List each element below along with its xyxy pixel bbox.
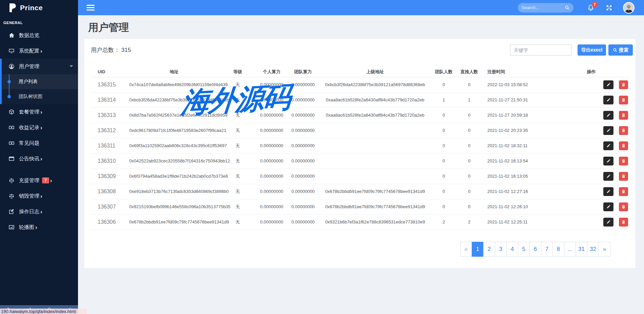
page-item[interactable]: 32 — [587, 242, 599, 257]
sidebar-item[interactable]: 常见问题 › › — [0, 135, 78, 151]
chevron-right-icon: › — [40, 156, 42, 162]
page-item[interactable]: « — [460, 242, 472, 257]
user-total: 用户总数： 315 — [91, 46, 131, 54]
parent-address-cell: 0xaa8ac61b528fe2a6430aff84c43b779d1720a2… — [319, 92, 431, 107]
monitor-icon — [8, 48, 15, 54]
page-item[interactable]: » — [599, 242, 610, 257]
edit-user-button[interactable] — [603, 172, 613, 181]
fullscreen-button[interactable] — [605, 4, 613, 12]
edit-user-button[interactable] — [603, 126, 613, 135]
sidebar-item[interactable]: 系统配置 › › — [0, 43, 78, 59]
delete-user-button[interactable] — [619, 187, 628, 196]
pencil-icon — [606, 159, 611, 163]
pencil-icon — [606, 174, 611, 178]
trash-icon — [621, 128, 626, 133]
team-power-cell: 0.00000000 — [287, 107, 319, 123]
team-count-cell: 0 — [431, 169, 456, 184]
address-cell: 0x678b2bbdb91ee7fd09c79fc7745678bee91341… — [129, 214, 219, 230]
page-item[interactable]: 31 — [575, 242, 587, 257]
pencil-icon — [606, 82, 611, 87]
edit-user-button[interactable] — [603, 80, 613, 89]
delete-user-button[interactable] — [619, 172, 628, 181]
search-button[interactable]: 搜索 — [608, 44, 633, 56]
page-item[interactable]: 8 — [552, 242, 564, 257]
sidebar-item[interactable]: 数据总览 › › — [0, 27, 78, 43]
team-count-cell: 0 — [431, 123, 456, 138]
sidebar-item-label: 收益记录 — [19, 124, 39, 131]
edit-user-button[interactable] — [603, 111, 613, 120]
actions-cell — [553, 153, 629, 169]
sidebar-item[interactable]: 用户管理 › › — [0, 59, 78, 74]
uid-cell: 136313 — [91, 107, 129, 123]
sidebar-item[interactable]: 销毁管理 › › — [0, 188, 78, 204]
sidebar-item[interactable]: 用户列表 › › — [0, 74, 78, 89]
delete-user-button[interactable] — [619, 202, 628, 211]
team-count-cell: 2 — [431, 214, 456, 230]
edit-user-button[interactable] — [603, 157, 613, 165]
page-item[interactable]: 2 — [483, 242, 495, 257]
delete-user-button[interactable] — [619, 157, 628, 165]
sidebar-item[interactable]: 轮播图 › › — [0, 219, 78, 235]
edit-user-button[interactable] — [603, 141, 613, 150]
sidebar-item[interactable]: 团队树状图 › › — [0, 89, 78, 104]
sidebar-item[interactable]: 充提管理 7 › › — [0, 173, 78, 188]
sidebar-item-label: 团队树状图 — [19, 94, 42, 100]
personal-power-cell: 0.00000000 — [256, 214, 287, 230]
edit-user-button[interactable] — [603, 218, 613, 227]
search-icon[interactable] — [565, 5, 570, 10]
sidebar-item[interactable]: 收益记录 › › — [0, 120, 78, 135]
page-item[interactable]: 1 — [472, 242, 484, 257]
delete-user-button[interactable] — [619, 80, 628, 89]
pencil-icon — [606, 98, 611, 102]
page-item[interactable]: 5 — [518, 242, 530, 257]
parent-address-cell: 0xbcb3f26da42238bf75e3b39121a56978d88368… — [319, 77, 431, 92]
search-button-label: 搜索 — [619, 47, 628, 53]
search-input[interactable] — [522, 5, 565, 10]
delete-user-button[interactable] — [619, 96, 628, 104]
delete-user-button[interactable] — [619, 141, 628, 150]
page-item[interactable]: 4 — [506, 242, 518, 257]
notifications-button[interactable]: 7 — [587, 4, 594, 12]
header-level: 等级 — [219, 67, 256, 77]
keyword-input[interactable] — [510, 44, 572, 56]
sidebar-item[interactable]: 套餐管理 › › — [0, 104, 78, 120]
uid-cell: 136309 — [91, 169, 129, 184]
delete-user-button[interactable] — [619, 126, 628, 135]
pencil-icon — [606, 113, 611, 117]
cube-icon — [8, 109, 15, 115]
notification-badge: 7 — [42, 177, 49, 183]
trash-icon — [621, 143, 626, 148]
sidebar-item-label: 充提管理 — [19, 177, 39, 184]
address-cell: 0xbcb3f26da42238bf75e3b39121a56978d88368… — [129, 92, 219, 107]
parent-address-cell — [319, 169, 431, 184]
page-item[interactable]: 7 — [541, 242, 553, 257]
page-item[interactable]: 6 — [529, 242, 541, 257]
delete-user-button[interactable] — [619, 218, 628, 227]
edit-user-button[interactable] — [603, 187, 613, 196]
personal-power-cell: 0.00000000 — [256, 169, 287, 184]
uid-cell: 136306 — [91, 214, 129, 230]
actions-cell — [553, 169, 629, 184]
team-count-cell: 0 — [431, 184, 456, 199]
page-item[interactable]: 3 — [495, 242, 507, 257]
sidebar-item[interactable]: 公告快讯 › › — [0, 151, 78, 166]
page-item[interactable]: ... — [564, 242, 576, 257]
team-power-cell: 0.00000000 — [287, 184, 319, 199]
brand-logo[interactable]: Prince — [0, 0, 78, 15]
uid-cell: 136307 — [91, 199, 129, 214]
menu-toggle-button[interactable] — [86, 3, 95, 12]
trash-icon — [621, 82, 626, 87]
personal-power-cell: 0.00000000 — [256, 184, 287, 199]
scale-icon — [8, 193, 15, 199]
pencil-icon — [606, 128, 611, 133]
export-excel-button[interactable]: 导出execl — [578, 44, 606, 56]
sidebar-item[interactable]: 操作日志 › › — [0, 204, 78, 219]
edit-user-button[interactable] — [603, 202, 613, 211]
address-cell: 0x8d7ba7a562f425637e1ed5f2e6e4c2911dcf89… — [129, 107, 219, 123]
address-cell: 0x9215193befb099b146e558c096a10b3513775b… — [129, 199, 219, 214]
pagination: «12345678...3132» — [461, 242, 610, 257]
uid-cell: 136315 — [91, 77, 129, 92]
user-avatar[interactable] — [623, 2, 635, 14]
edit-user-button[interactable] — [603, 96, 613, 104]
delete-user-button[interactable] — [619, 111, 628, 120]
